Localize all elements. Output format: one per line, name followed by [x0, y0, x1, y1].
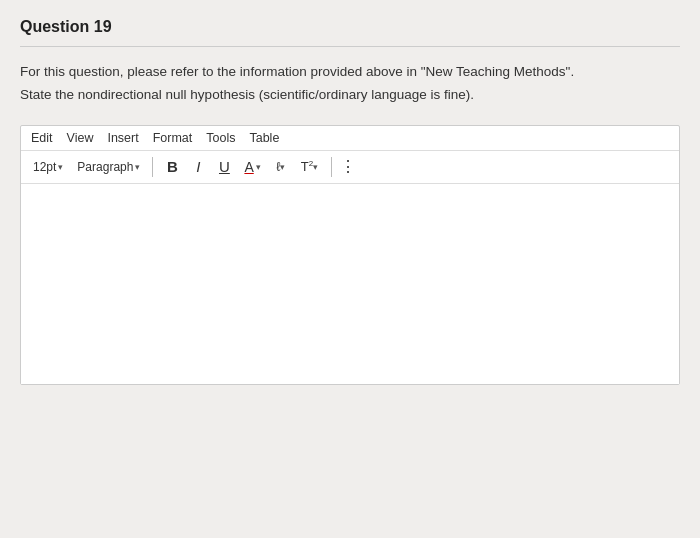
- highlight-chevron-icon: ▾: [280, 162, 285, 172]
- paragraph-style-dropdown[interactable]: Paragraph ▾: [73, 158, 144, 176]
- menu-format[interactable]: Format: [153, 131, 193, 145]
- font-size-dropdown[interactable]: 12pt ▾: [29, 158, 67, 176]
- italic-button[interactable]: I: [187, 156, 209, 178]
- menu-insert[interactable]: Insert: [107, 131, 138, 145]
- editor-content-area[interactable]: [21, 184, 679, 384]
- menu-view[interactable]: View: [67, 131, 94, 145]
- question-line2: State the nondirectional null hypothesis…: [20, 84, 680, 107]
- highlight-button[interactable]: ℓ ▾: [270, 156, 292, 178]
- editor-container: Edit View Insert Format Tools Table 12pt…: [20, 125, 680, 385]
- font-color-button[interactable]: A ▾: [239, 156, 265, 178]
- font-color-chevron-icon: ▾: [256, 162, 261, 172]
- paragraph-chevron-icon: ▾: [135, 162, 140, 172]
- menu-tools[interactable]: Tools: [206, 131, 235, 145]
- question-body: For this question, please refer to the i…: [20, 61, 680, 107]
- superscript-button[interactable]: T2 ▾: [296, 156, 323, 178]
- toolbar-divider-1: [152, 157, 153, 177]
- superscript-chevron-icon: ▾: [313, 162, 318, 172]
- menu-edit[interactable]: Edit: [31, 131, 53, 145]
- font-size-chevron-icon: ▾: [58, 162, 63, 172]
- paragraph-style-value: Paragraph: [77, 160, 133, 174]
- question-line1: For this question, please refer to the i…: [20, 61, 680, 84]
- font-size-value: 12pt: [33, 160, 56, 174]
- question-title: Question 19: [20, 18, 680, 47]
- toolbar-divider-2: [331, 157, 332, 177]
- underline-button[interactable]: U: [213, 156, 235, 178]
- page: Question 19 For this question, please re…: [0, 0, 700, 538]
- toolbar: 12pt ▾ Paragraph ▾ B I U A ▾ ℓ: [21, 151, 679, 184]
- more-options-button[interactable]: ⋮: [340, 157, 357, 176]
- bold-button[interactable]: B: [161, 156, 183, 178]
- menu-table[interactable]: Table: [249, 131, 279, 145]
- menu-bar: Edit View Insert Format Tools Table: [21, 126, 679, 151]
